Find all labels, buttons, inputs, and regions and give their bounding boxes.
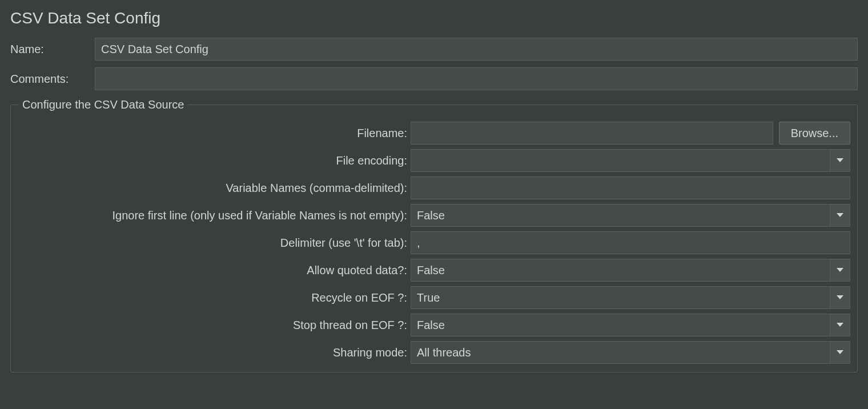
ignore-first-line-combo[interactable] [411, 204, 850, 227]
file-encoding-label: File encoding: [18, 154, 411, 167]
sharing-mode-input[interactable] [411, 341, 830, 364]
chevron-down-icon [837, 268, 843, 272]
delimiter-input[interactable] [411, 231, 850, 254]
chevron-down-icon [837, 323, 843, 327]
recycle-eof-label: Recycle on EOF ?: [18, 291, 411, 304]
group-legend: Configure the CSV Data Source [19, 98, 188, 111]
sharing-mode-dropdown-button[interactable] [830, 341, 850, 364]
ignore-first-line-label: Ignore first line (only used if Variable… [18, 209, 411, 222]
stop-thread-eof-input[interactable] [411, 314, 830, 336]
variable-names-label: Variable Names (comma-delimited): [18, 182, 411, 195]
sharing-mode-combo[interactable] [411, 341, 850, 364]
comments-row: Comments: [10, 67, 858, 90]
allow-quoted-combo[interactable] [411, 259, 850, 282]
filename-label: Filename: [18, 127, 411, 140]
comments-label: Comments: [10, 73, 95, 86]
csv-config-group: Configure the CSV Data Source Filename: … [10, 98, 858, 372]
comments-input[interactable] [95, 67, 858, 90]
stop-thread-eof-combo[interactable] [411, 314, 850, 336]
sharing-mode-label: Sharing mode: [18, 346, 411, 359]
file-encoding-dropdown-button[interactable] [830, 149, 850, 172]
variable-names-input[interactable] [411, 177, 850, 199]
chevron-down-icon [837, 213, 843, 218]
allow-quoted-input[interactable] [411, 259, 830, 282]
name-input[interactable] [95, 38, 858, 61]
delimiter-label: Delimiter (use '\t' for tab): [18, 236, 411, 250]
chevron-down-icon [837, 350, 843, 355]
chevron-down-icon [837, 295, 843, 300]
recycle-eof-combo[interactable] [411, 286, 850, 309]
file-encoding-input[interactable] [411, 149, 830, 172]
allow-quoted-label: Allow quoted data?: [18, 264, 411, 277]
recycle-eof-dropdown-button[interactable] [830, 286, 850, 309]
chevron-down-icon [837, 158, 843, 163]
stop-thread-eof-dropdown-button[interactable] [830, 314, 850, 336]
ignore-first-line-input[interactable] [411, 204, 830, 227]
filename-input[interactable] [411, 122, 773, 145]
page-title: CSV Data Set Config [10, 9, 858, 27]
allow-quoted-dropdown-button[interactable] [830, 259, 850, 282]
recycle-eof-input[interactable] [411, 286, 830, 309]
stop-thread-eof-label: Stop thread on EOF ?: [18, 319, 411, 332]
name-row: Name: [10, 38, 858, 61]
file-encoding-combo[interactable] [411, 149, 850, 172]
name-label: Name: [10, 43, 95, 56]
browse-button[interactable]: Browse... [779, 122, 850, 145]
ignore-first-line-dropdown-button[interactable] [830, 204, 850, 227]
